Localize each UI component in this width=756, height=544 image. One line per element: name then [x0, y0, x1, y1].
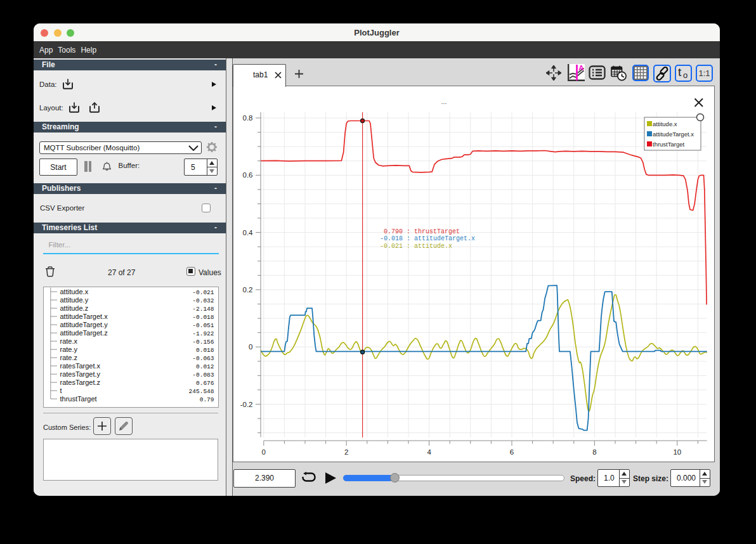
svg-text:rate.y: rate.y — [60, 345, 77, 353]
svg-text:-2.148: -2.148 — [192, 305, 214, 312]
svg-text:0.79: 0.79 — [199, 396, 214, 403]
svg-text:attitudeTarget.x: attitudeTarget.x — [60, 312, 108, 320]
svg-text:6: 6 — [510, 448, 514, 456]
svg-text:-0.051: -0.051 — [192, 321, 214, 328]
svg-text:10: 10 — [673, 448, 681, 456]
svg-text:0.018: 0.018 — [195, 346, 214, 353]
svg-text:thrustTarget: thrustTarget — [653, 141, 685, 148]
svg-text:rate.x: rate.x — [60, 337, 77, 344]
svg-text:-0.156: -0.156 — [192, 338, 214, 345]
svg-text:attitudeTarget.x: attitudeTarget.x — [653, 131, 694, 138]
svg-text:...: ... — [441, 98, 446, 105]
svg-text:2: 2 — [344, 448, 348, 456]
svg-text:ratesTarget.y: ratesTarget.y — [60, 370, 100, 377]
svg-text:-0.021 : attitude.x: -0.021 : attitude.x — [380, 243, 452, 250]
svg-text:-0.083: -0.083 — [192, 371, 214, 378]
svg-text:ratesTarget.x: ratesTarget.x — [60, 361, 100, 369]
svg-text:0.790 : thrustTarget: 0.790 : thrustTarget — [384, 228, 460, 235]
svg-text:-0.2: -0.2 — [240, 401, 253, 408]
svg-text:attitude.x: attitude.x — [60, 287, 88, 295]
svg-text:0.8: 0.8 — [243, 114, 253, 122]
svg-text:4: 4 — [427, 448, 431, 456]
svg-text:A: A — [578, 64, 583, 72]
svg-text:attitudeTarget.z: attitudeTarget.z — [60, 328, 107, 336]
svg-text:attitudeTarget.y: attitudeTarget.y — [60, 320, 108, 328]
svg-text:245.548: 245.548 — [188, 387, 214, 394]
svg-text:0: 0 — [249, 343, 252, 351]
svg-text:attitude.y: attitude.y — [60, 295, 88, 303]
svg-text:-0.021: -0.021 — [192, 288, 214, 295]
svg-text:-0.063: -0.063 — [192, 354, 214, 361]
svg-text:-1.922: -1.922 — [192, 330, 214, 337]
svg-text:rate.z: rate.z — [60, 353, 77, 361]
svg-text:0.012: 0.012 — [195, 363, 214, 370]
svg-text:-0.018: -0.018 — [192, 313, 214, 320]
svg-text:0: 0 — [262, 448, 266, 456]
svg-text:attitude.x: attitude.x — [653, 120, 677, 127]
svg-text:thrustTarget: thrustTarget — [60, 394, 96, 402]
svg-text:t: t — [60, 386, 62, 394]
svg-text:-0.032: -0.032 — [192, 297, 214, 304]
svg-text:0.6: 0.6 — [243, 171, 253, 179]
svg-text:attitude.z: attitude.z — [60, 304, 88, 311]
svg-text:ratesTarget.z: ratesTarget.z — [60, 378, 100, 385]
svg-text:-0.018 : attitudeTarget.x: -0.018 : attitudeTarget.x — [380, 235, 475, 242]
svg-text:0.2: 0.2 — [243, 286, 253, 294]
svg-text:0.676: 0.676 — [195, 379, 214, 386]
svg-text:0.4: 0.4 — [243, 229, 254, 236]
svg-text:8: 8 — [592, 448, 596, 456]
